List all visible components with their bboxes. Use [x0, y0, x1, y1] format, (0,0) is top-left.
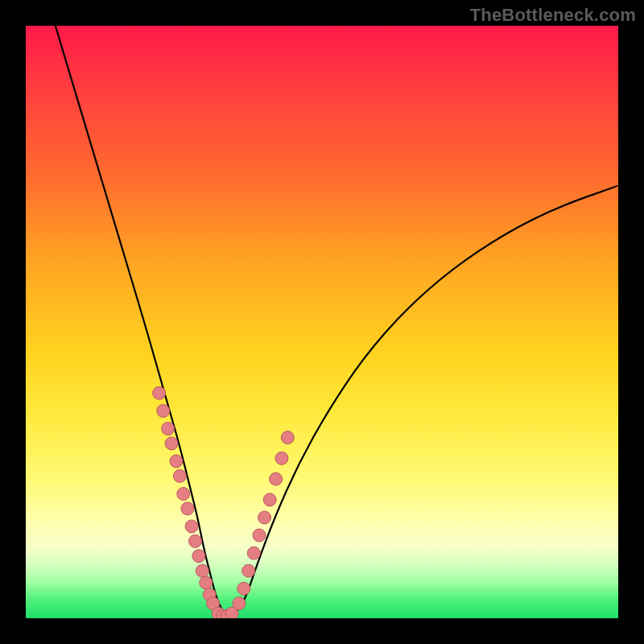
data-point — [242, 564, 255, 577]
data-point — [170, 455, 183, 468]
plot-area — [26, 26, 618, 618]
data-markers — [153, 386, 295, 618]
data-point — [185, 520, 198, 533]
data-point — [181, 502, 194, 515]
chart-svg — [26, 26, 618, 618]
data-point — [177, 487, 190, 500]
data-point — [153, 386, 166, 399]
data-point — [192, 550, 205, 563]
data-point — [173, 469, 186, 482]
data-point — [196, 564, 208, 577]
data-point — [247, 547, 260, 559]
data-point — [188, 535, 201, 547]
chart-frame: TheBottleneck.com — [0, 0, 644, 644]
data-point — [233, 597, 246, 610]
data-point — [270, 473, 283, 485]
data-point — [253, 529, 266, 542]
data-point — [200, 576, 213, 589]
data-point — [157, 404, 170, 417]
watermark-text: TheBottleneck.com — [470, 5, 636, 26]
bottleneck-curve — [56, 26, 618, 617]
data-point — [165, 437, 178, 450]
data-point — [162, 422, 175, 435]
data-point — [263, 493, 276, 506]
data-point — [275, 452, 288, 464]
data-point — [237, 582, 250, 595]
data-point — [258, 511, 271, 524]
data-point — [281, 431, 294, 444]
